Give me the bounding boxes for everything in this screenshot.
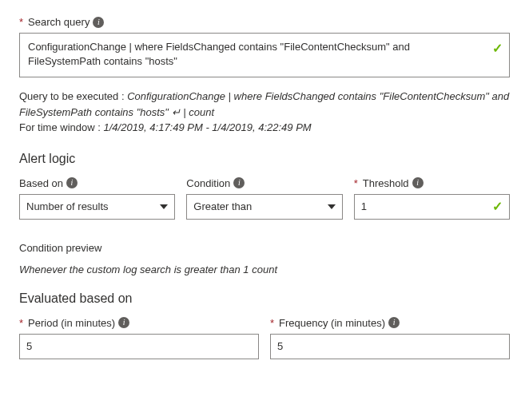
condition-preview-label: Condition preview — [19, 242, 510, 254]
alert-logic-heading: Alert logic — [19, 152, 510, 166]
condition-select[interactable]: Greater than — [186, 194, 342, 220]
info-icon[interactable]: i — [118, 317, 129, 328]
info-icon[interactable]: i — [93, 17, 104, 28]
threshold-value: 1 — [361, 200, 367, 212]
search-query-value: ConfigurationChange | where FieldsChange… — [28, 41, 410, 67]
period-value: 5 — [26, 340, 32, 352]
search-query-label-text: Search query — [28, 16, 89, 28]
query-preview-suffix: | count — [183, 106, 214, 118]
threshold-label-text: Threshold — [363, 177, 409, 189]
required-indicator: * — [19, 317, 23, 329]
condition-label: Condition i — [186, 177, 342, 189]
chevron-down-icon — [160, 204, 168, 209]
info-icon[interactable]: i — [233, 177, 245, 188]
required-indicator: * — [270, 317, 274, 329]
condition-preview-text: Whenever the custom log search is greate… — [19, 263, 510, 275]
check-icon: ✓ — [492, 199, 503, 214]
based-on-label: Based on i — [19, 177, 175, 189]
frequency-label: * Frequency (in minutes) i — [270, 317, 510, 329]
frequency-label-text: Frequency (in minutes) — [279, 317, 385, 329]
condition-label-text: Condition — [186, 177, 230, 189]
time-window-prefix: For time window : — [19, 121, 103, 133]
info-icon[interactable]: i — [66, 177, 78, 188]
info-icon[interactable]: i — [412, 177, 424, 188]
frequency-input[interactable]: 5 — [270, 334, 510, 359]
search-query-input[interactable]: ConfigurationChange | where FieldsChange… — [19, 33, 510, 77]
based-on-select[interactable]: Number of results — [19, 194, 175, 220]
chevron-down-icon — [328, 204, 336, 209]
return-icon: ↵ — [172, 106, 184, 118]
frequency-value: 5 — [277, 340, 283, 352]
threshold-label: * Threshold i — [354, 177, 510, 189]
period-label: * Period (in minutes) i — [19, 317, 259, 329]
threshold-input[interactable]: 1 ✓ — [354, 194, 510, 220]
evaluated-heading: Evaluated based on — [19, 291, 510, 306]
condition-value: Greater than — [193, 200, 252, 212]
check-icon: ✓ — [492, 40, 503, 57]
period-input[interactable]: 5 — [19, 334, 259, 359]
info-icon[interactable]: i — [388, 317, 400, 328]
query-preview: Query to be executed : ConfigurationChan… — [19, 89, 510, 136]
required-indicator: * — [19, 16, 23, 28]
time-window-value: 1/4/2019, 4:17:49 PM - 1/4/2019, 4:22:49… — [103, 121, 311, 133]
required-indicator: * — [354, 177, 358, 189]
based-on-label-text: Based on — [19, 177, 63, 189]
query-preview-prefix: Query to be executed : — [19, 90, 127, 102]
search-query-label: * Search query i — [19, 16, 510, 28]
based-on-value: Number of results — [26, 200, 109, 212]
period-label-text: Period (in minutes) — [28, 317, 115, 329]
